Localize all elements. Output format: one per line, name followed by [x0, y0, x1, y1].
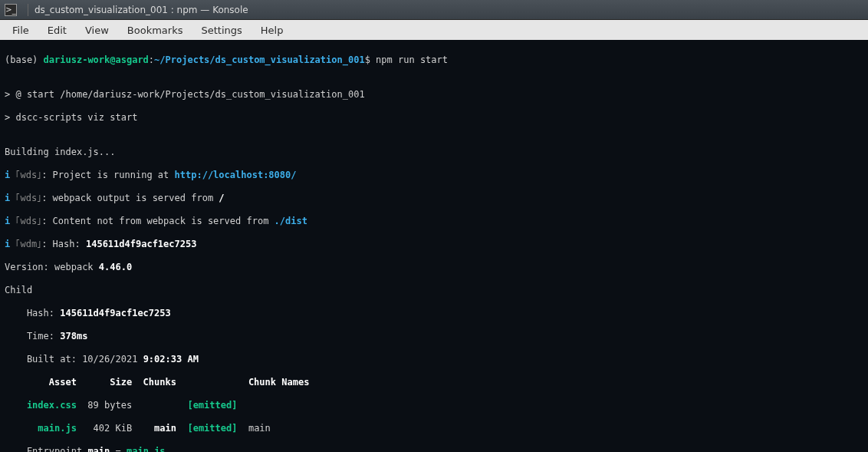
app-icon: >_	[5, 4, 17, 16]
wds-line: i ｢wds｣: Content not from webpack is ser…	[5, 216, 863, 227]
menu-settings[interactable]: Settings	[192, 21, 251, 39]
child-line: Child	[5, 285, 863, 296]
table-header: Asset Size Chunks Chunk Names	[5, 377, 863, 388]
npm-script-line: > @ start /home/dariusz-work/Projects/ds…	[5, 89, 863, 101]
menu-help[interactable]: Help	[252, 21, 293, 39]
npm-script-line: > dscc-scripts viz start	[5, 112, 863, 124]
menu-file[interactable]: File	[3, 21, 38, 39]
version-line: Version: webpack 4.46.0	[5, 262, 863, 273]
menu-view[interactable]: View	[76, 21, 118, 39]
wds-line: i ｢wds｣: webpack output is served from /	[5, 193, 863, 204]
child-hash-line: Hash: 145611d4f9acf1ec7253	[5, 308, 863, 319]
menu-edit[interactable]: Edit	[38, 21, 76, 39]
built-at-line: Built at: 10/26/2021 9:02:33 AM	[5, 354, 863, 365]
menu-bar: File Edit View Bookmarks Settings Help	[0, 20, 868, 40]
window-titlebar: >_ ds_custom_visualization_001 : npm — K…	[0, 0, 868, 20]
building-line: Building index.js...	[5, 147, 863, 158]
terminal-output[interactable]: (base) dariusz-work@asgard:~/Projects/ds…	[0, 40, 868, 452]
hash-line: i ｢wdm｣: Hash: 145611d4f9acf1ec7253	[5, 239, 863, 250]
asset-row: main.js 402 KiB main [emitted] main	[5, 423, 863, 434]
wds-line: i ｢wds｣: Project is running at http://lo…	[5, 170, 863, 181]
titlebar-separator	[28, 4, 28, 16]
asset-row: index.css 89 bytes [emitted]	[5, 400, 863, 411]
menu-bookmarks[interactable]: Bookmarks	[118, 21, 192, 39]
prompt-line: (base) dariusz-work@asgard:~/Projects/ds…	[5, 54, 863, 66]
window-title: ds_custom_visualization_001 : npm — Kons…	[35, 5, 248, 15]
entrypoint-line: Entrypoint main = main.js	[5, 446, 863, 452]
time-line: Time: 378ms	[5, 331, 863, 342]
